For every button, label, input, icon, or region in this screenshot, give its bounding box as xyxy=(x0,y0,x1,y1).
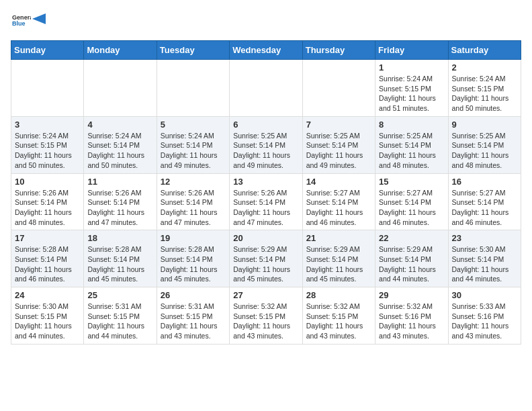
day-info: Sunrise: 5:28 AM Sunset: 5:14 PM Dayligh… xyxy=(15,244,80,284)
day-info: Sunrise: 5:32 AM Sunset: 5:16 PM Dayligh… xyxy=(379,302,444,341)
calendar-day-cell xyxy=(302,60,375,117)
calendar-day-cell: 20Sunrise: 5:29 AM Sunset: 5:14 PM Dayli… xyxy=(230,230,302,287)
calendar-day-cell: 12Sunrise: 5:26 AM Sunset: 5:14 PM Dayli… xyxy=(157,173,229,230)
day-number: 21 xyxy=(306,233,371,243)
calendar-week-row: 10Sunrise: 5:26 AM Sunset: 5:14 PM Dayli… xyxy=(11,173,521,230)
weekday-header-friday: Friday xyxy=(375,41,448,60)
day-number: 19 xyxy=(161,233,226,243)
calendar-day-cell: 17Sunrise: 5:28 AM Sunset: 5:14 PM Dayli… xyxy=(11,230,84,287)
day-number: 18 xyxy=(87,233,152,243)
calendar-header-row: SundayMondayTuesdayWednesdayThursdayFrid… xyxy=(11,41,521,60)
calendar-week-row: 17Sunrise: 5:28 AM Sunset: 5:14 PM Dayli… xyxy=(11,230,521,287)
day-number: 28 xyxy=(306,290,371,300)
day-info: Sunrise: 5:26 AM Sunset: 5:14 PM Dayligh… xyxy=(233,188,298,228)
day-number: 7 xyxy=(306,120,371,130)
day-info: Sunrise: 5:24 AM Sunset: 5:15 PM Dayligh… xyxy=(15,131,80,171)
calendar-day-cell: 7Sunrise: 5:25 AM Sunset: 5:14 PM Daylig… xyxy=(302,116,375,173)
day-number: 14 xyxy=(306,177,371,187)
weekday-header-thursday: Thursday xyxy=(302,41,375,60)
day-info: Sunrise: 5:29 AM Sunset: 5:14 PM Dayligh… xyxy=(233,244,298,284)
calendar-day-cell: 21Sunrise: 5:29 AM Sunset: 5:14 PM Dayli… xyxy=(302,230,375,287)
day-number: 5 xyxy=(161,120,226,130)
logo: General Blue xyxy=(11,11,46,32)
day-info: Sunrise: 5:32 AM Sunset: 5:15 PM Dayligh… xyxy=(306,302,371,341)
day-info: Sunrise: 5:25 AM Sunset: 5:14 PM Dayligh… xyxy=(306,131,371,171)
svg-marker-3 xyxy=(32,13,46,24)
day-number: 9 xyxy=(452,120,517,130)
day-number: 24 xyxy=(15,290,80,300)
calendar-day-cell: 11Sunrise: 5:26 AM Sunset: 5:14 PM Dayli… xyxy=(84,173,157,230)
calendar-day-cell: 28Sunrise: 5:32 AM Sunset: 5:15 PM Dayli… xyxy=(302,287,375,345)
calendar-day-cell: 16Sunrise: 5:27 AM Sunset: 5:14 PM Dayli… xyxy=(448,173,521,230)
day-number: 8 xyxy=(379,120,444,130)
day-info: Sunrise: 5:27 AM Sunset: 5:14 PM Dayligh… xyxy=(379,188,444,228)
calendar-day-cell: 6Sunrise: 5:25 AM Sunset: 5:14 PM Daylig… xyxy=(230,116,302,173)
day-info: Sunrise: 5:26 AM Sunset: 5:14 PM Dayligh… xyxy=(87,188,152,228)
calendar-day-cell: 30Sunrise: 5:33 AM Sunset: 5:16 PM Dayli… xyxy=(448,287,521,345)
day-number: 13 xyxy=(233,177,298,187)
calendar-day-cell: 24Sunrise: 5:30 AM Sunset: 5:15 PM Dayli… xyxy=(11,287,84,345)
calendar-day-cell: 8Sunrise: 5:25 AM Sunset: 5:14 PM Daylig… xyxy=(375,116,448,173)
day-number: 29 xyxy=(379,290,444,300)
day-info: Sunrise: 5:28 AM Sunset: 5:14 PM Dayligh… xyxy=(87,244,152,284)
calendar-day-cell: 23Sunrise: 5:30 AM Sunset: 5:14 PM Dayli… xyxy=(448,230,521,287)
calendar-week-row: 24Sunrise: 5:30 AM Sunset: 5:15 PM Dayli… xyxy=(11,287,521,345)
day-number: 11 xyxy=(87,177,152,187)
day-info: Sunrise: 5:31 AM Sunset: 5:15 PM Dayligh… xyxy=(87,302,152,341)
day-number: 22 xyxy=(379,233,444,243)
day-number: 12 xyxy=(161,177,226,187)
day-number: 10 xyxy=(15,177,80,187)
calendar-week-row: 3Sunrise: 5:24 AM Sunset: 5:15 PM Daylig… xyxy=(11,116,521,173)
day-info: Sunrise: 5:25 AM Sunset: 5:14 PM Dayligh… xyxy=(379,131,444,171)
day-info: Sunrise: 5:30 AM Sunset: 5:15 PM Dayligh… xyxy=(15,302,80,341)
page-header: General Blue xyxy=(11,11,521,32)
day-number: 23 xyxy=(452,233,517,243)
day-number: 16 xyxy=(452,177,517,187)
day-info: Sunrise: 5:33 AM Sunset: 5:16 PM Dayligh… xyxy=(452,302,517,341)
calendar-table: SundayMondayTuesdayWednesdayThursdayFrid… xyxy=(11,40,521,345)
calendar-day-cell: 5Sunrise: 5:24 AM Sunset: 5:14 PM Daylig… xyxy=(157,116,229,173)
day-info: Sunrise: 5:27 AM Sunset: 5:14 PM Dayligh… xyxy=(452,188,517,228)
calendar-day-cell: 19Sunrise: 5:28 AM Sunset: 5:14 PM Dayli… xyxy=(157,230,229,287)
day-info: Sunrise: 5:24 AM Sunset: 5:15 PM Dayligh… xyxy=(379,74,444,113)
day-info: Sunrise: 5:24 AM Sunset: 5:15 PM Dayligh… xyxy=(452,74,517,113)
day-number: 25 xyxy=(87,290,152,300)
calendar-day-cell xyxy=(11,60,84,117)
day-number: 4 xyxy=(87,120,152,130)
weekday-header-sunday: Sunday xyxy=(11,41,84,60)
calendar-day-cell: 15Sunrise: 5:27 AM Sunset: 5:14 PM Dayli… xyxy=(375,173,448,230)
calendar-day-cell: 1Sunrise: 5:24 AM Sunset: 5:15 PM Daylig… xyxy=(375,60,448,117)
weekday-header-tuesday: Tuesday xyxy=(157,41,229,60)
day-info: Sunrise: 5:25 AM Sunset: 5:14 PM Dayligh… xyxy=(452,131,517,171)
calendar-day-cell: 13Sunrise: 5:26 AM Sunset: 5:14 PM Dayli… xyxy=(230,173,302,230)
day-number: 15 xyxy=(379,177,444,187)
day-number: 3 xyxy=(15,120,80,130)
day-info: Sunrise: 5:29 AM Sunset: 5:14 PM Dayligh… xyxy=(379,244,444,284)
calendar-day-cell: 4Sunrise: 5:24 AM Sunset: 5:14 PM Daylig… xyxy=(84,116,157,173)
day-info: Sunrise: 5:32 AM Sunset: 5:15 PM Dayligh… xyxy=(233,302,298,341)
day-info: Sunrise: 5:24 AM Sunset: 5:14 PM Dayligh… xyxy=(161,131,226,171)
day-info: Sunrise: 5:30 AM Sunset: 5:14 PM Dayligh… xyxy=(452,244,517,284)
day-info: Sunrise: 5:24 AM Sunset: 5:14 PM Dayligh… xyxy=(87,131,152,171)
day-info: Sunrise: 5:26 AM Sunset: 5:14 PM Dayligh… xyxy=(15,188,80,228)
day-info: Sunrise: 5:28 AM Sunset: 5:14 PM Dayligh… xyxy=(161,244,226,284)
logo-icon: General Blue xyxy=(12,11,31,30)
calendar-day-cell: 10Sunrise: 5:26 AM Sunset: 5:14 PM Dayli… xyxy=(11,173,84,230)
day-number: 17 xyxy=(15,233,80,243)
calendar-day-cell: 22Sunrise: 5:29 AM Sunset: 5:14 PM Dayli… xyxy=(375,230,448,287)
svg-text:Blue: Blue xyxy=(12,20,26,27)
day-info: Sunrise: 5:27 AM Sunset: 5:14 PM Dayligh… xyxy=(306,188,371,228)
day-number: 26 xyxy=(161,290,226,300)
day-number: 2 xyxy=(452,62,517,73)
day-info: Sunrise: 5:26 AM Sunset: 5:14 PM Dayligh… xyxy=(161,188,226,228)
logo-arrow-icon xyxy=(32,12,46,26)
day-number: 20 xyxy=(233,233,298,243)
calendar-day-cell: 29Sunrise: 5:32 AM Sunset: 5:16 PM Dayli… xyxy=(375,287,448,345)
calendar-day-cell: 9Sunrise: 5:25 AM Sunset: 5:14 PM Daylig… xyxy=(448,116,521,173)
day-number: 6 xyxy=(233,120,298,130)
day-number: 27 xyxy=(233,290,298,300)
calendar-day-cell: 25Sunrise: 5:31 AM Sunset: 5:15 PM Dayli… xyxy=(84,287,157,345)
day-info: Sunrise: 5:29 AM Sunset: 5:14 PM Dayligh… xyxy=(306,244,371,284)
weekday-header-saturday: Saturday xyxy=(448,41,521,60)
day-info: Sunrise: 5:31 AM Sunset: 5:15 PM Dayligh… xyxy=(161,302,226,341)
